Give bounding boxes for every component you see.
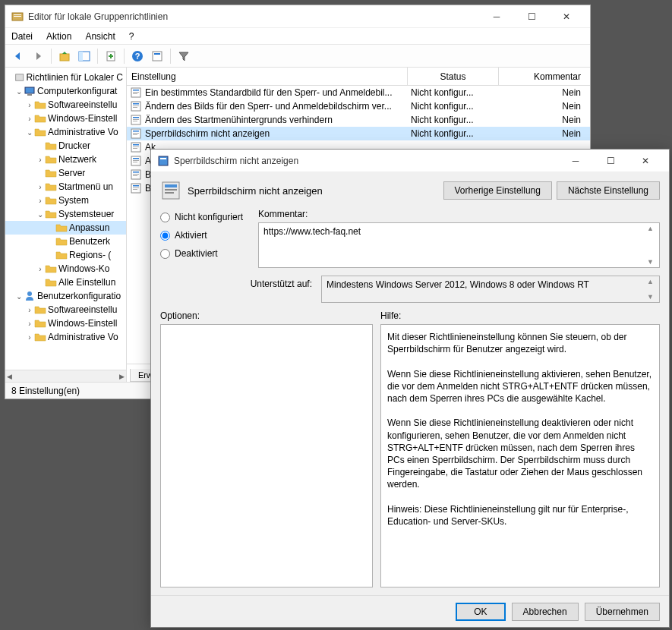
svg-rect-47 [159, 156, 168, 165]
dialog-minimize-button[interactable]: ─ [558, 150, 593, 172]
menu-action[interactable]: Aktion [45, 30, 73, 43]
tree-software2[interactable]: Softwareeinstellu [48, 304, 117, 315]
radio-disabled[interactable]: Deaktiviert [160, 248, 243, 259]
tree-startmenu[interactable]: Startmenü un [58, 181, 113, 192]
dialog-maximize-button[interactable]: ☐ [593, 150, 628, 172]
apply-button[interactable]: Übernehmen [585, 603, 660, 621]
tree-network[interactable]: Netzwerk [58, 154, 96, 165]
filter-button[interactable] [175, 48, 192, 65]
setting-item-icon [130, 100, 142, 112]
folder-icon [34, 99, 46, 111]
svg-rect-41 [133, 174, 139, 175]
tree-controlpanel[interactable]: Systemsteuer [58, 209, 114, 219]
svg-rect-22 [133, 107, 137, 108]
tree-windows2[interactable]: Windows-Einstell [48, 318, 117, 329]
tree-admin1[interactable]: Administrative Vo [48, 127, 118, 137]
svg-rect-48 [160, 158, 166, 159]
properties-button[interactable] [149, 48, 166, 65]
setting-row[interactable]: Ändern des Bilds für den Sperr- und Anme… [127, 99, 590, 113]
help-label: Hilfe: [380, 310, 660, 321]
svg-point-14 [27, 291, 32, 296]
radio-not-configured[interactable]: Nicht konfiguriert [160, 212, 243, 222]
svg-rect-26 [133, 121, 137, 121]
help-button[interactable]: ? [129, 48, 146, 65]
policy-root-icon [14, 71, 24, 83]
export-button[interactable] [103, 48, 119, 65]
svg-rect-44 [133, 185, 139, 187]
tree-root[interactable]: Richtlinien für Lokaler C [27, 72, 123, 83]
menu-help[interactable]: ? [128, 30, 136, 43]
ok-button[interactable]: OK [456, 603, 505, 621]
scroll-up-icon[interactable]: ▲ [647, 225, 658, 232]
dialog-close-button[interactable]: ✕ [628, 150, 663, 172]
col-setting[interactable]: Einstellung [127, 68, 408, 85]
help-box: Mit dieser Richtlinieneinstellung können… [380, 324, 660, 587]
menubar: Datei Aktion Ansicht ? [5, 28, 590, 45]
status-text: 8 Einstellung(en) [11, 386, 80, 396]
comment-textbox[interactable]: https://www.tech-faq.net ▲▼ [258, 222, 660, 268]
app-icon [11, 11, 24, 23]
svg-rect-20 [133, 103, 139, 105]
radio-enabled[interactable]: Aktiviert [160, 230, 243, 241]
comment-label: Kommentar: [258, 209, 660, 219]
svg-rect-34 [133, 148, 137, 149]
back-button[interactable] [10, 48, 27, 65]
svg-rect-45 [133, 187, 139, 188]
main-titlebar: Editor für lokale Gruppenrichtlinien ─ ☐… [5, 5, 590, 28]
folder-icon [34, 112, 46, 124]
svg-rect-18 [133, 93, 137, 94]
setting-item-icon [130, 141, 142, 153]
svg-rect-25 [133, 119, 139, 120]
tree-wincomponents[interactable]: Windows-Ko [58, 263, 109, 274]
menu-file[interactable]: Datei [10, 30, 34, 43]
tree-regions[interactable]: Regions- ( [69, 250, 111, 260]
setting-row[interactable]: Sperrbildschirm nicht anzeigenNicht konf… [127, 127, 590, 140]
tree-personalization[interactable]: Anpassun [69, 222, 109, 233]
prev-setting-button[interactable]: Vorherige Einstellung [443, 181, 552, 200]
col-status[interactable]: Status [408, 68, 499, 85]
folder-icon [45, 194, 57, 206]
tree-computer[interactable]: Computerkonfigurat [37, 86, 117, 96]
svg-rect-29 [133, 133, 139, 134]
forward-button[interactable] [30, 48, 46, 65]
computer-icon [24, 85, 36, 97]
tree-allsettings[interactable]: Alle Einstellun [58, 277, 115, 288]
next-setting-button[interactable]: Nächste Einstellung [557, 181, 660, 200]
setting-item-icon [130, 169, 142, 181]
maximize-button[interactable]: ☐ [514, 6, 549, 27]
svg-rect-12 [25, 87, 34, 93]
tree-useraccounts[interactable]: Benutzerk [69, 236, 110, 247]
tree-system[interactable]: System [58, 195, 89, 206]
svg-rect-1 [14, 14, 21, 15]
svg-rect-52 [165, 192, 174, 194]
tree-printers[interactable]: Drucker [58, 140, 90, 151]
scroll-down-icon[interactable]: ▼ [647, 293, 658, 301]
tree-windows1[interactable]: Windows-Einstell [48, 113, 117, 124]
dialog-heading: Sperrbildschirm nicht anzeigen [188, 185, 439, 197]
menu-view[interactable]: Ansicht [84, 30, 116, 43]
minimize-button[interactable]: ─ [479, 6, 514, 27]
dialog-titlebar: Sperrbildschirm nicht anzeigen ─ ☐ ✕ [151, 150, 669, 172]
cancel-button[interactable]: Abbrechen [512, 603, 579, 621]
setting-dialog: Sperrbildschirm nicht anzeigen ─ ☐ ✕ Spe… [150, 149, 670, 628]
supported-textbox: Mindestens Windows Server 2012, Windows … [321, 276, 660, 303]
scroll-up-icon[interactable]: ▲ [647, 278, 658, 285]
setting-row[interactable]: Ändern des Startmenühintergrunds verhind… [127, 113, 590, 127]
up-button[interactable] [56, 48, 73, 65]
tree-software1[interactable]: Softwareeinstellu [48, 99, 117, 110]
tree-hscroll[interactable]: ◀▶ [5, 370, 126, 382]
close-button[interactable]: ✕ [549, 6, 584, 27]
tree-admin2[interactable]: Administrative Vo [48, 332, 118, 342]
folder-icon [45, 153, 57, 165]
col-comment[interactable]: Kommentar [499, 68, 590, 85]
svg-rect-13 [27, 94, 32, 96]
svg-text:?: ? [135, 52, 140, 61]
console-tree[interactable]: Richtlinien für Lokaler C ⌄Computerkonfi… [5, 68, 127, 382]
svg-rect-24 [133, 117, 139, 118]
scroll-down-icon[interactable]: ▼ [647, 258, 658, 266]
show-hide-tree-button[interactable] [76, 48, 93, 65]
setting-row[interactable]: Ein bestimmtes Standardbild für den Sper… [127, 86, 590, 99]
tree-server[interactable]: Server [58, 168, 85, 178]
tree-user[interactable]: Benutzerkonfiguratio [37, 291, 121, 301]
svg-rect-28 [133, 131, 139, 132]
